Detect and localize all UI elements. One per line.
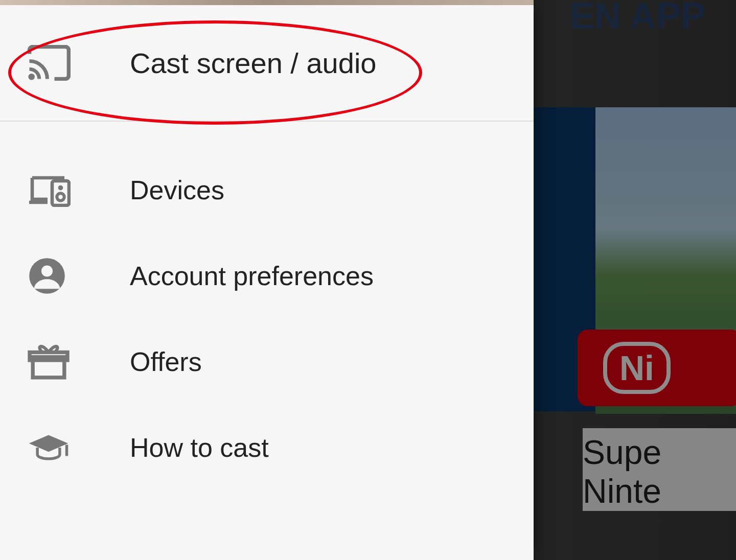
drawer-item-label: Account preferences: [130, 261, 374, 291]
offers-gift-icon: [28, 343, 130, 381]
drawer-item-devices[interactable]: Devices: [0, 147, 534, 233]
drawer-item-cast-screen-audio[interactable]: Cast screen / audio: [0, 5, 534, 122]
cast-icon: [28, 45, 130, 81]
drawer-item-how-to-cast[interactable]: How to cast: [0, 405, 534, 491]
svg-point-5: [41, 265, 53, 276]
drawer-item-account-preferences[interactable]: Account preferences: [0, 233, 534, 319]
drawer-item-offers[interactable]: Offers: [0, 319, 534, 405]
svg-point-0: [28, 74, 35, 80]
graduation-cap-icon: [28, 433, 130, 462]
drawer-item-label: Cast screen / audio: [130, 46, 376, 80]
drawer-section: Devices Account preferences: [0, 122, 534, 491]
account-icon: [28, 256, 130, 295]
svg-point-2: [58, 185, 63, 191]
drawer-top-image-strip: [0, 0, 534, 5]
navigation-drawer: Cast screen / audio Devices: [0, 0, 534, 560]
drawer-item-label: Devices: [130, 175, 224, 205]
drawer-item-label: Offers: [130, 346, 202, 377]
drawer-item-label: How to cast: [130, 432, 269, 463]
svg-point-3: [57, 193, 64, 200]
devices-icon: [28, 173, 130, 207]
